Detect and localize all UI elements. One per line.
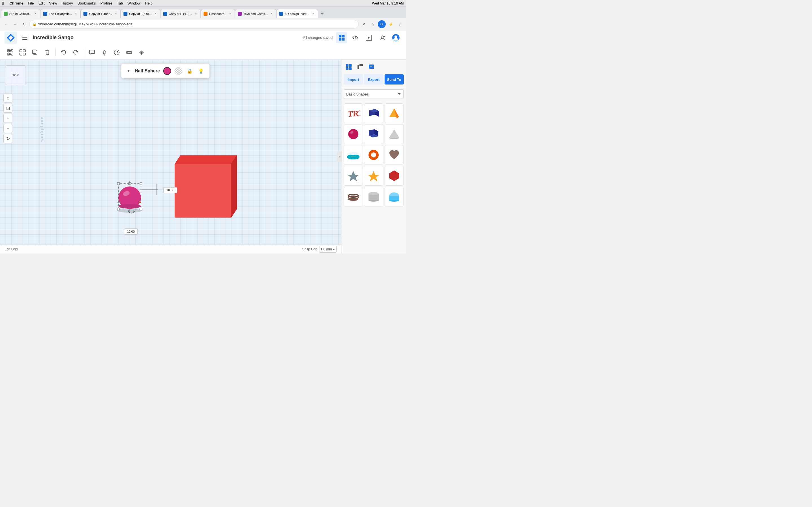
shape-pyramid[interactable] bbox=[385, 103, 404, 123]
send-to-button[interactable]: Send To bbox=[385, 74, 404, 84]
menu-window[interactable]: Window bbox=[128, 1, 140, 5]
apple-menu[interactable]:  bbox=[2, 1, 4, 6]
shapes-category-select[interactable]: Basic Shapes Letters Connectors bbox=[344, 89, 404, 99]
shape-donut[interactable] bbox=[364, 145, 383, 165]
hole-color-swatch[interactable] bbox=[174, 67, 183, 75]
tinkercad-logo[interactable] bbox=[4, 32, 17, 44]
menu-app-name[interactable]: Chrome bbox=[10, 1, 23, 5]
shapes-grid: TRT bbox=[342, 101, 406, 253]
svg-rect-100 bbox=[389, 196, 399, 200]
tab-close-btn[interactable]: × bbox=[228, 11, 232, 16]
light-button[interactable] bbox=[99, 47, 110, 58]
snap-stepper[interactable] bbox=[333, 248, 335, 251]
canvas-area[interactable]: TOP ⌂ ⊡ + − ↻ workplane bbox=[0, 60, 341, 253]
svg-marker-44 bbox=[175, 156, 237, 164]
menu-history[interactable]: History bbox=[61, 1, 73, 5]
more-button[interactable]: ⋮ bbox=[396, 20, 404, 28]
reload-button[interactable]: ↻ bbox=[20, 20, 28, 28]
shapes-row-5 bbox=[344, 187, 404, 207]
tab-close-btn[interactable]: × bbox=[153, 11, 158, 16]
menu-edit[interactable]: Edit bbox=[38, 1, 45, 5]
tab-close-btn[interactable]: × bbox=[33, 11, 38, 16]
tab-3d-design[interactable]: 3D design Incre... × bbox=[276, 9, 318, 18]
export-button[interactable]: Export bbox=[364, 74, 383, 84]
menu-file[interactable]: File bbox=[28, 1, 34, 5]
simulate-button[interactable] bbox=[363, 32, 374, 43]
menu-profiles[interactable]: Profiles bbox=[100, 1, 112, 5]
tinkercad-topbar: Incredible Sango All changes saved bbox=[0, 31, 406, 45]
add-user-button[interactable] bbox=[377, 32, 388, 43]
svg-rect-64 bbox=[349, 64, 352, 67]
group-button[interactable] bbox=[4, 47, 16, 58]
shape-halfcylinder[interactable] bbox=[385, 187, 404, 207]
menu-tab[interactable]: Tab bbox=[117, 1, 123, 5]
shape-heart[interactable] bbox=[385, 145, 404, 165]
shape-hexagon[interactable] bbox=[385, 166, 404, 186]
new-tab-button[interactable]: + bbox=[318, 10, 326, 17]
url-bar[interactable]: 🔒 tinkercad.com/things/2jUMe7MRb7J-incre… bbox=[29, 20, 359, 29]
tab-close-btn[interactable]: × bbox=[194, 11, 198, 16]
tinkercad-menu-button[interactable] bbox=[20, 33, 29, 42]
shape-text3d[interactable]: TRT bbox=[344, 103, 363, 123]
solid-color-swatch[interactable] bbox=[163, 67, 171, 75]
menu-bookmarks[interactable]: Bookmarks bbox=[78, 1, 96, 5]
codeblocks-button[interactable] bbox=[350, 32, 361, 43]
undo-button[interactable] bbox=[58, 47, 69, 58]
redo-button[interactable] bbox=[70, 47, 82, 58]
svg-rect-2 bbox=[22, 38, 28, 38]
lightbulb-icon[interactable]: 💡 bbox=[197, 67, 205, 75]
menu-help[interactable]: Help bbox=[145, 1, 153, 5]
shapes-row-2 bbox=[344, 124, 404, 144]
tab-f40b[interactable]: Copy of F (4.0)... × bbox=[161, 9, 201, 18]
extensions-button[interactable]: ⚡ bbox=[387, 20, 395, 28]
bookmark-button[interactable]: ☆ bbox=[369, 20, 377, 28]
tab-f40a[interactable]: Copy of F(4.0)... × bbox=[121, 9, 160, 18]
shape-star[interactable] bbox=[364, 166, 383, 186]
tab-title: Dashboard bbox=[209, 12, 224, 15]
import-button[interactable]: Import bbox=[344, 74, 363, 84]
tab-dashboard[interactable]: Dashboard × bbox=[201, 9, 235, 18]
tab-close-btn[interactable]: × bbox=[114, 11, 118, 16]
shape-cuboid[interactable] bbox=[364, 124, 383, 144]
tab-tumor[interactable]: Copy of Tumor... × bbox=[81, 9, 121, 18]
tab-eukaryotic[interactable]: The Eukaryotic... × bbox=[41, 9, 81, 18]
duplicate-button[interactable] bbox=[29, 47, 41, 58]
shape-cylinder[interactable] bbox=[364, 187, 383, 207]
tab-close-btn[interactable]: × bbox=[73, 11, 78, 16]
half-sphere-object[interactable] bbox=[117, 181, 158, 213]
mirror-button[interactable] bbox=[136, 47, 147, 58]
shape-torus[interactable] bbox=[344, 145, 363, 165]
shape-panel-collapse[interactable]: ▼ bbox=[126, 68, 132, 74]
edit-grid-label[interactable]: Edit Grid bbox=[4, 247, 18, 251]
tab-s29[interactable]: S(2.9) Cellular... × bbox=[1, 9, 40, 18]
view-grid-button[interactable] bbox=[336, 32, 347, 43]
tab-title: Copy of F (4.0)... bbox=[169, 12, 192, 15]
forward-button[interactable]: → bbox=[11, 20, 19, 28]
tab-title: Toys and Game... bbox=[243, 12, 267, 15]
shape-box[interactable] bbox=[364, 103, 383, 123]
menu-view[interactable]: View bbox=[49, 1, 57, 5]
ungroup-button[interactable] bbox=[17, 47, 28, 58]
comment-button[interactable] bbox=[86, 47, 98, 58]
annotation-button[interactable] bbox=[111, 47, 122, 58]
back-button[interactable]: ← bbox=[2, 20, 10, 28]
panel-grid-icon[interactable] bbox=[344, 62, 354, 72]
right-panel-collapse[interactable]: › bbox=[337, 152, 342, 162]
shape-ring[interactable] bbox=[344, 187, 363, 207]
ruler-button[interactable] bbox=[123, 47, 135, 58]
panel-speech-icon[interactable] bbox=[366, 62, 376, 72]
address-bar: ← → ↻ 🔒 tinkercad.com/things/2jUMe7MRb7J… bbox=[0, 18, 406, 31]
delete-button[interactable] bbox=[42, 47, 53, 58]
lock-icon[interactable]: 🔒 bbox=[186, 67, 194, 75]
tab-toys[interactable]: Toys and Game... × bbox=[235, 9, 276, 18]
user-profile-button[interactable] bbox=[390, 32, 402, 43]
tab-close-btn[interactable]: × bbox=[269, 11, 274, 16]
shape-cone[interactable] bbox=[385, 124, 404, 144]
profile-button[interactable]: G bbox=[378, 20, 386, 28]
share-button[interactable]: ↗ bbox=[360, 20, 368, 28]
tab-close-btn[interactable]: × bbox=[311, 11, 315, 16]
shape-sphere[interactable] bbox=[344, 124, 363, 144]
shape-star-basic[interactable] bbox=[344, 166, 363, 186]
red-box-object[interactable] bbox=[175, 156, 237, 217]
panel-ruler-icon[interactable] bbox=[355, 62, 365, 72]
